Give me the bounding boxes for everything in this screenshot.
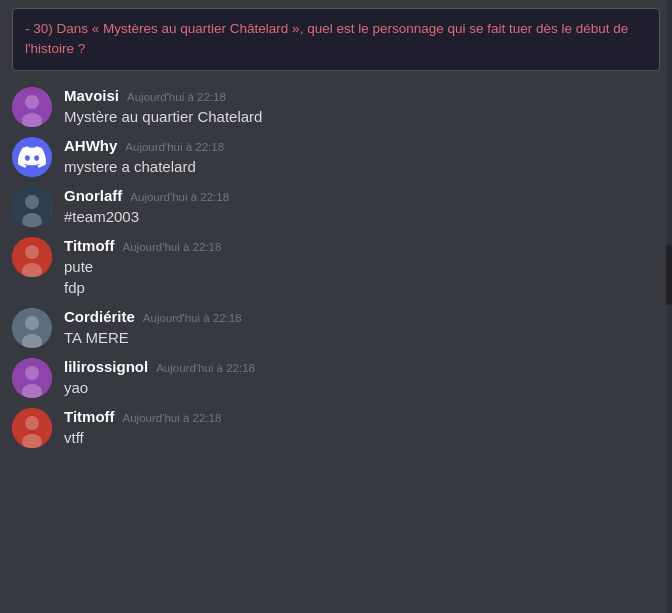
message-text: yao [64,377,660,398]
message-text: fdp [64,277,660,298]
username: Titmoff [64,408,115,425]
svg-point-10 [25,316,39,330]
message-content: AHWhyAujourd'hui à 22:18mystere a chatel… [64,137,660,177]
timestamp: Aujourd'hui à 22:18 [123,412,222,424]
message-item: MavoisiAujourd'hui à 22:18Mystère au qua… [12,83,660,131]
message-header: TitmoffAujourd'hui à 22:18 [64,408,660,425]
message-header: AHWhyAujourd'hui à 22:18 [64,137,660,154]
timestamp: Aujourd'hui à 22:18 [130,191,229,203]
username: Gnorlaff [64,187,122,204]
scrollbar-thumb[interactable] [666,245,672,305]
message-text: #team2003 [64,206,660,227]
avatar [12,408,52,448]
message-text: Mystère au quartier Chatelard [64,106,660,127]
svg-point-16 [25,416,39,430]
message-item: GnorlaffAujourd'hui à 22:18#team2003 [12,183,660,231]
question-box: - 30) Dans « Mystères au quartier Châtel… [12,8,660,71]
svg-point-13 [25,366,39,380]
timestamp: Aujourd'hui à 22:18 [156,362,255,374]
avatar [12,308,52,348]
avatar [12,358,52,398]
svg-point-7 [25,245,39,259]
message-item: AHWhyAujourd'hui à 22:18mystere a chatel… [12,133,660,181]
message-header: CordiériteAujourd'hui à 22:18 [64,308,660,325]
username: Titmoff [64,237,115,254]
avatar [12,237,52,277]
timestamp: Aujourd'hui à 22:18 [143,312,242,324]
message-item: TitmoffAujourd'hui à 22:18vtff [12,404,660,452]
username: Cordiérite [64,308,135,325]
message-content: MavoisiAujourd'hui à 22:18Mystère au qua… [64,87,660,127]
message-content: CordiériteAujourd'hui à 22:18TA MERE [64,308,660,348]
message-header: GnorlaffAujourd'hui à 22:18 [64,187,660,204]
avatar [12,137,52,177]
avatar [12,87,52,127]
svg-point-1 [25,95,39,109]
message-header: TitmoffAujourd'hui à 22:18 [64,237,660,254]
username: lilirossignol [64,358,148,375]
message-item: CordiériteAujourd'hui à 22:18TA MERE [12,304,660,352]
svg-point-4 [25,195,39,209]
message-header: lilirossignolAujourd'hui à 22:18 [64,358,660,375]
timestamp: Aujourd'hui à 22:18 [125,141,224,153]
message-item: TitmoffAujourd'hui à 22:18putefdp [12,233,660,302]
avatar [12,187,52,227]
message-text: vtff [64,427,660,448]
message-text: pute [64,256,660,277]
message-content: TitmoffAujourd'hui à 22:18putefdp [64,237,660,298]
scrollbar[interactable] [666,0,672,613]
message-item: lilirossignolAujourd'hui à 22:18yao [12,354,660,402]
message-header: MavoisiAujourd'hui à 22:18 [64,87,660,104]
username: Mavoisi [64,87,119,104]
message-content: lilirossignolAujourd'hui à 22:18yao [64,358,660,398]
messages-list: MavoisiAujourd'hui à 22:18Mystère au qua… [0,83,672,452]
question-text: - 30) Dans « Mystères au quartier Châtel… [25,21,628,56]
timestamp: Aujourd'hui à 22:18 [123,241,222,253]
timestamp: Aujourd'hui à 22:18 [127,91,226,103]
username: AHWhy [64,137,117,154]
message-content: GnorlaffAujourd'hui à 22:18#team2003 [64,187,660,227]
message-content: TitmoffAujourd'hui à 22:18vtff [64,408,660,448]
message-text: mystere a chatelard [64,156,660,177]
chat-container: - 30) Dans « Mystères au quartier Châtel… [0,0,672,613]
message-text: TA MERE [64,327,660,348]
